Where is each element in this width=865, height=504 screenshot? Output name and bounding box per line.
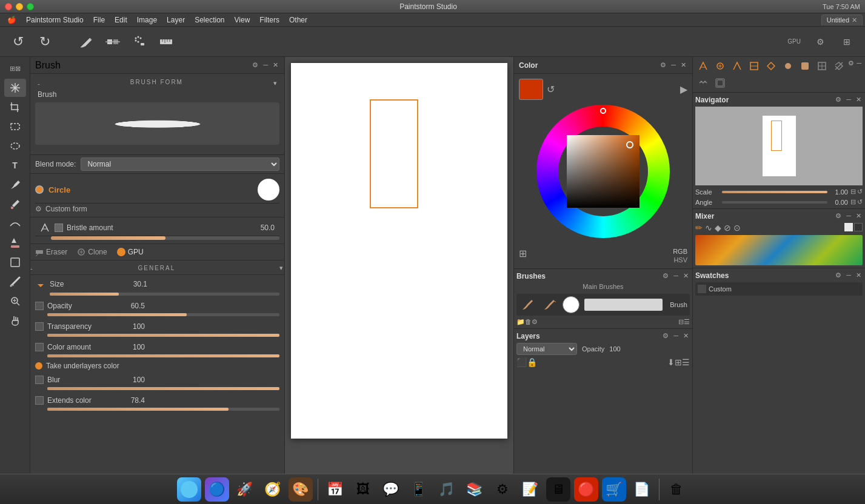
swatches-minimize-icon[interactable]: ─ [845,271,852,280]
navigator-minimize-icon[interactable]: ─ [845,95,852,104]
layer-copy-icon[interactable]: ⊞ [675,357,682,367]
blur-checkbox[interactable] [35,376,44,384]
color-reset-icon[interactable]: ↺ [547,84,555,95]
gpu-radio[interactable] [117,248,125,256]
menu-apple[interactable]: 🍎 [2,15,21,25]
color-close-icon[interactable]: ✕ [680,61,687,70]
tool-fill[interactable] [4,234,26,252]
layer-lock-icon[interactable]: 🔒 [527,357,537,367]
dock-siri[interactable]: 🔵 [205,477,229,502]
tool-hand[interactable] [4,311,26,330]
flip-button[interactable] [102,31,124,53]
canvas-document[interactable] [291,63,507,439]
dock-trash[interactable]: 🗑 [664,477,689,502]
pen-tool-button[interactable] [75,31,97,53]
swatches-close-icon[interactable]: ✕ [855,271,863,280]
menu-selection[interactable]: Selection [190,15,229,25]
dock-books[interactable]: 📚 [463,477,487,502]
dock-messages[interactable]: 💬 [379,477,403,502]
brush-form-arrow[interactable]: ▾ [273,79,277,87]
tab-close-icon[interactable]: ✕ [852,16,857,24]
redo-button[interactable]: ↻ [34,31,56,53]
tool-smudge[interactable] [4,273,26,291]
brushes-gear-icon[interactable]: ⚙ [661,271,670,280]
rt-tool-3[interactable] [730,59,744,73]
dock-calendar[interactable]: 📅 [323,477,347,502]
blend-mode-select[interactable]: Normal Multiply Screen Overlay [81,158,279,171]
extends-color-checkbox[interactable] [35,396,44,405]
document-tab[interactable]: Untitled ✕ [821,15,863,25]
bristle-slider-track[interactable] [51,236,279,240]
transparency-checkbox[interactable] [35,322,44,331]
opacity-slider[interactable] [47,313,279,316]
menu-layer[interactable]: Layer [162,15,190,25]
brush-minimize-icon[interactable]: ─ [262,61,269,70]
brush-gear-icon[interactable]: ⚙ [251,61,259,70]
mixer-canvas[interactable] [695,235,863,265]
layers-gear-icon[interactable]: ⚙ [661,331,670,340]
rt-tool-5[interactable] [764,59,778,73]
angle-icon-2[interactable]: ↺ [857,198,863,206]
rgb-label[interactable]: RGB [673,248,687,255]
bristle-checkbox[interactable] [55,224,63,232]
tool-settings[interactable]: ⊞⊠ [4,59,26,78]
brush-thumb-1[interactable] [519,296,536,313]
navigator-preview[interactable] [695,107,863,185]
tool-lasso[interactable] [4,137,26,155]
color-amount-checkbox[interactable] [35,343,44,351]
brushes-minimize-icon[interactable]: ─ [672,271,680,280]
scale-icon-1[interactable]: ⊟ [850,188,856,196]
color-play-icon[interactable]: ▶ [680,84,687,95]
brush-shape-long[interactable] [584,299,663,311]
general-arrow[interactable]: ▾ [279,264,284,272]
dock-finder[interactable]: 🍎 [177,477,201,502]
transparency-slider[interactable] [47,334,279,337]
undo-button[interactable]: ↺ [7,31,29,53]
brushes-delete-icon[interactable]: 🗑 [525,318,532,326]
layers-close-icon[interactable]: ✕ [682,331,690,340]
rt-tool-9[interactable] [832,59,846,73]
take-underlayers-radio[interactable] [35,362,42,370]
mixer-tool-mix[interactable]: ∿ [705,223,712,233]
color-cursor[interactable] [626,141,633,148]
tool-transform[interactable] [4,79,26,97]
hsv-label[interactable]: HSV [673,256,687,264]
color-minimize-icon[interactable]: ─ [670,61,677,70]
mixer-tool-eyedropper2[interactable]: ⊙ [733,223,741,233]
blur-slider[interactable] [47,387,279,390]
dock-document[interactable]: 📄 [630,477,654,502]
tool-brush[interactable] [4,176,26,194]
ruler-button[interactable] [155,31,177,53]
layout-button[interactable]: ⊞ [836,31,858,53]
brush-form-minus[interactable]: - [38,80,40,87]
dock-facetime[interactable]: 📱 [407,477,431,502]
color-crop-icon[interactable]: ⊞ [519,248,527,259]
layer-merge-icon[interactable]: ⬇ [667,357,675,367]
rt-tool-2[interactable] [713,59,727,73]
rt-tool-6[interactable] [781,59,795,73]
brushes-settings-icon[interactable]: ⚙ [532,318,538,326]
dock-textedit[interactable]: 📝 [518,477,543,502]
brushes-close-icon[interactable]: ✕ [682,271,690,280]
swatches-gear-icon[interactable]: ⚙ [834,271,843,280]
brush-thumb-2[interactable] [541,296,558,313]
dock-music[interactable]: 🎵 [435,477,459,502]
dock-terminal[interactable]: 🖥 [546,477,570,502]
circle-radio[interactable] [35,185,44,194]
dock-appstore[interactable]: 🛒 [602,477,626,502]
rt-tool-11[interactable] [713,76,727,90]
maximize-button[interactable] [27,3,34,10]
brushes-view-icon[interactable]: ⊟ [678,318,684,326]
mixer-gear-icon[interactable]: ⚙ [834,211,843,220]
brushes-add-folder-icon[interactable]: 📁 [516,318,525,326]
dock-paintstorm[interactable]: 🎨 [289,477,313,502]
tool-paint[interactable] [4,214,26,233]
dock-photos[interactable]: 🖼 [351,477,375,502]
scale-icon-2[interactable]: ↺ [857,188,863,196]
tool-selection-rect[interactable] [4,118,26,136]
brush-circle-thumb[interactable] [563,296,579,313]
color-amount-slider[interactable] [47,354,279,357]
navigator-gear-icon[interactable]: ⚙ [834,95,843,104]
scale-slider[interactable] [722,191,827,193]
dock-reeder[interactable]: 🔴 [574,477,598,502]
